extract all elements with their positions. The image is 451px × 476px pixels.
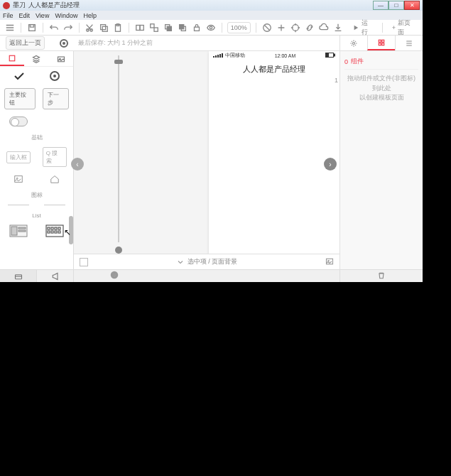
svg-point-17 [210,26,212,29]
download-icon[interactable] [332,21,344,34]
left-tab-assets[interactable] [49,51,73,66]
window-maximize-button[interactable]: □ [388,1,404,10]
add-icon[interactable] [276,21,287,34]
widget-search-input[interactable]: Q 搜索 [43,147,67,167]
left-tab-widgets[interactable] [0,51,24,66]
separator [21,23,21,33]
next-page-arrow[interactable]: › [324,158,337,171]
footer-checkbox[interactable] [80,258,88,266]
canvas-area: 中国移动 12:00 AM 人人都是产品经理 选中项 / 页面 [74,51,339,269]
footer-dropdown[interactable]: 选中项 / 页面背景 [176,257,238,266]
record-button[interactable] [60,39,68,48]
zoom-level[interactable]: 100% [227,22,251,33]
cut-icon[interactable] [84,21,95,34]
canvas-footer: 选中项 / 页面背景 [74,254,339,269]
menu-view[interactable]: View [36,12,49,19]
back-button[interactable]: 返回上一页 [6,36,45,50]
widget-hr-alt[interactable] [44,205,65,205]
slider-end-icon[interactable] [115,247,122,254]
new-page-label: 新页面 [398,18,414,37]
menu-file[interactable]: File [3,12,13,19]
left-tab-layers[interactable] [24,51,48,66]
menu-help[interactable]: Help [83,12,97,19]
window-close-button[interactable]: ✕ [404,1,420,10]
target-icon[interactable] [290,21,301,34]
cloud-icon[interactable] [318,21,330,34]
svg-rect-37 [55,227,57,229]
bring-front-icon[interactable] [163,21,174,34]
window-minimize-button[interactable]: — [373,1,388,10]
separator [382,23,383,33]
widget-input[interactable]: 输入框 [6,151,31,163]
svg-rect-9 [140,25,143,30]
menu-icon[interactable] [4,21,16,34]
bottom-trash-icon[interactable] [377,270,386,283]
svg-rect-36 [51,227,53,229]
device-page-title: 人人都是产品经理 [209,60,339,79]
widget-card[interactable] [9,225,28,237]
widget-hr[interactable] [8,205,29,205]
run-label: 运行 [362,18,373,37]
device-canvas-grid[interactable] [217,77,331,254]
svg-rect-45 [326,54,328,57]
new-page-button[interactable]: + 新页面 [388,18,418,37]
separator [43,23,43,33]
svg-text:?: ? [113,272,116,277]
send-back-icon[interactable] [177,21,188,34]
carrier-label: 中国移动 [225,52,245,59]
right-tab-components[interactable] [367,36,395,50]
left-scrollbar-thumb[interactable] [69,216,73,244]
svg-rect-1 [30,24,33,27]
battery-icon [325,53,335,58]
bottom-help-icon[interactable]: ? [109,270,119,283]
bottom-tab-cards[interactable] [0,270,37,282]
paste-icon[interactable] [112,21,124,34]
widget-toggle[interactable] [9,117,28,126]
svg-rect-11 [154,28,158,31]
svg-rect-8 [136,25,140,30]
no-entry-icon[interactable] [261,21,273,34]
device-preview[interactable]: 中国移动 12:00 AM 人人都是产品经理 [209,51,339,254]
widget-image-icon[interactable] [13,174,23,184]
widget-radio[interactable] [50,71,60,81]
widget-primary-button[interactable]: 主要按钮 [4,88,36,109]
right-tab-list[interactable] [395,36,423,50]
save-icon[interactable] [26,21,38,34]
link-icon[interactable] [304,21,315,34]
group-icon[interactable] [134,21,146,34]
prev-page-arrow[interactable]: ‹ [71,158,84,171]
menu-edit[interactable]: Edit [19,12,31,19]
svg-rect-4 [101,24,106,29]
window-titlebar: 墨刀 人人都是产品经理 — □ ✕ [0,0,423,11]
doc-title: 人人都是产品经理 [28,1,80,10]
svg-rect-22 [382,40,384,42]
redo-icon[interactable] [63,21,74,34]
widget-keyboard[interactable] [45,225,64,237]
widgets-label: 组件 [351,57,364,66]
svg-rect-33 [18,230,26,232]
page-count: 1 [335,77,338,84]
secondary-bar: 返回上一页 最后保存: 大约 1 分钟之前 [0,36,423,51]
lock-icon[interactable] [191,21,202,34]
section-base-label: 基础 [4,134,69,141]
run-button[interactable]: 运行 [349,18,376,37]
bottom-bar: ? [0,269,423,282]
undo-icon[interactable] [48,21,60,34]
svg-rect-38 [58,227,60,229]
svg-rect-23 [379,43,381,45]
svg-rect-24 [382,43,384,45]
placeholder-line-2: 以创建模板页面 [344,93,418,103]
ungroup-icon[interactable] [148,21,160,34]
right-tab-settings[interactable] [339,36,367,50]
footer-image-icon[interactable] [325,257,334,267]
menu-window[interactable]: Window [55,12,77,19]
widget-checkbox[interactable] [13,72,25,80]
vertical-slider[interactable] [114,51,124,254]
widget-home-icon[interactable] [50,174,60,184]
bottom-tab-announce[interactable] [37,270,74,282]
widget-next-button[interactable]: 下一步 [43,88,69,109]
signal-icon [213,53,223,58]
slider-thumb[interactable] [114,60,123,64]
hide-icon[interactable] [205,21,217,34]
copy-icon[interactable] [98,21,109,34]
